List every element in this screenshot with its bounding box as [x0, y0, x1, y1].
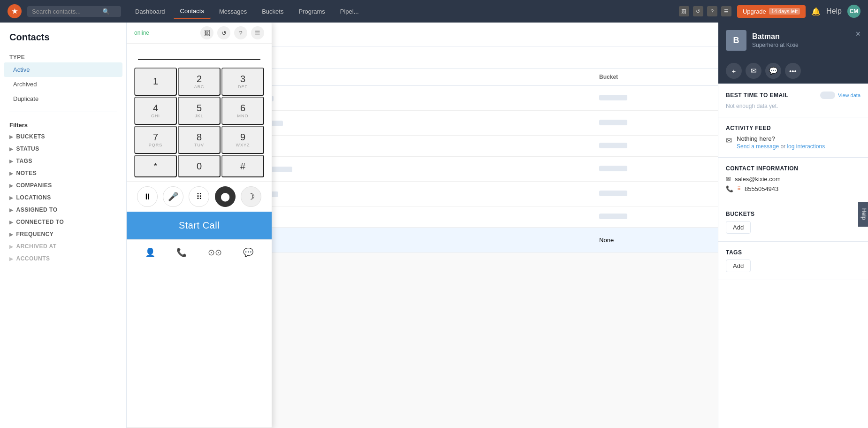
panel-message-button[interactable]: 💬 [765, 63, 781, 79]
dialer-icon-1[interactable]: 🖼 [200, 26, 213, 39]
upgrade-button[interactable]: Upgrade 14 days left [737, 5, 806, 18]
filter-connected-label: CONNECTED TO [16, 219, 64, 225]
send-message-link[interactable]: Send a message [737, 143, 779, 150]
filter-accounts[interactable]: ▶ ACCOUNTS [0, 252, 126, 265]
activity-feed-section: ACTIVITY FEED ✉ Nothing here? Send a mes… [718, 117, 868, 158]
panel-email-button[interactable]: ✉ [746, 63, 761, 79]
key-1[interactable]: 1 [134, 68, 177, 96]
key-hash[interactable]: # [221, 155, 264, 177]
user-avatar[interactable]: CM [847, 5, 860, 18]
dialer-tab-recent[interactable]: 📞 [173, 245, 190, 260]
dialer-top-icons: 🖼 ↺ ? ☰ [200, 26, 264, 39]
nav-contacts[interactable]: Contacts [174, 4, 211, 19]
key-9[interactable]: 9 WXYZ [221, 126, 264, 154]
view-data-link[interactable]: View data [838, 92, 860, 98]
best-time-toggle-area: View data [820, 92, 860, 99]
nav-icon-4[interactable]: ☰ [721, 6, 731, 16]
mute-button[interactable]: 🎤 [163, 186, 183, 207]
filter-connected-to[interactable]: ▶ CONNECTED TO [0, 216, 126, 228]
add-tag-button[interactable]: Add [726, 260, 751, 272]
panel-avatar: B [726, 30, 746, 51]
key-8[interactable]: 8 TUV [178, 126, 221, 154]
dialer-icon-3[interactable]: ? [234, 26, 247, 39]
activity-empty-title: Nothing here? [737, 135, 825, 142]
nav-messages[interactable]: Messages [213, 4, 253, 19]
email-row: ✉ sales@kixie.com [726, 176, 860, 183]
key-6[interactable]: 6 MNO [221, 97, 264, 125]
nav-icon-3[interactable]: ? [707, 6, 717, 16]
dialer-icon-4[interactable]: ☰ [251, 26, 264, 39]
dialer-tab-voicemail[interactable]: ⊙⊙ [204, 245, 226, 260]
chevron-right-icon: ▶ [9, 256, 14, 261]
help-tab[interactable]: Help [859, 202, 868, 227]
filter-tags[interactable]: ▶ TAGS [0, 155, 126, 167]
upgrade-label: Upgrade [743, 8, 766, 15]
filter-companies[interactable]: ▶ COMPANIES [0, 179, 126, 191]
batman-bucket: None [592, 228, 718, 253]
sidebar-item-active[interactable]: Active [4, 62, 122, 77]
dialer-tab-messages[interactable]: 💬 [239, 245, 257, 260]
hold-button[interactable]: ⬤ [215, 186, 236, 207]
transfer-button[interactable]: ☽ [241, 186, 261, 207]
type-label: Type [0, 50, 126, 62]
blurred-bucket [599, 95, 627, 100]
best-time-section: BEST TIME TO EMAIL View data Not enough … [718, 84, 868, 117]
panel-contact-name: Batman [752, 32, 799, 41]
nav-buckets[interactable]: Buckets [255, 4, 290, 19]
filter-buckets[interactable]: ▶ BUCKETS [0, 130, 126, 143]
blurred-bucket [599, 214, 627, 219]
key-star[interactable]: * [134, 155, 177, 177]
nav-dashboard[interactable]: Dashboard [129, 4, 172, 19]
contact-phone[interactable]: 8555054943 [745, 185, 778, 192]
filter-frequency[interactable]: ▶ FREQUENCY [0, 228, 126, 240]
search-input[interactable] [32, 8, 102, 15]
chevron-right-icon: ▶ [9, 159, 14, 164]
add-bucket-button[interactable]: Add [726, 221, 751, 234]
nav-icon-2[interactable]: ↺ [693, 6, 703, 16]
search-bar[interactable]: 🔍 [27, 6, 121, 17]
filter-notes[interactable]: ▶ NOTES [0, 167, 126, 179]
dialpad-button[interactable]: ⠿ [189, 186, 209, 207]
key-5[interactable]: 5 JKL [178, 97, 221, 125]
right-panel: B Batman Superhero at Kixie × + ✉ 💬 ••• … [718, 23, 868, 428]
key-0[interactable]: 0 [178, 155, 221, 177]
filter-status[interactable]: ▶ STATUS [0, 143, 126, 155]
log-interactions-link[interactable]: log interactions [787, 143, 825, 150]
blurred-bucket [599, 120, 627, 125]
start-call-button[interactable]: Start Call [127, 212, 272, 239]
panel-header: B Batman Superhero at Kixie × [718, 23, 868, 58]
app-logo[interactable]: ★ [8, 4, 22, 18]
sidebar-item-duplicate[interactable]: Duplicate [4, 92, 122, 106]
chevron-right-icon: ▶ [9, 195, 14, 200]
activity-item: ✉ Nothing here? Send a message or log in… [726, 135, 860, 150]
buckets-section-title: BUCKETS [726, 211, 755, 217]
panel-actions: + ✉ 💬 ••• [718, 58, 868, 84]
notifications-icon[interactable]: 🔔 [811, 7, 821, 16]
help-link[interactable]: Help [826, 7, 842, 15]
sidebar-item-archived[interactable]: Archived [4, 77, 122, 92]
key-4[interactable]: 4 GHI [134, 97, 177, 125]
chevron-right-icon: ▶ [9, 146, 14, 152]
key-2[interactable]: 2 ABC [178, 68, 221, 96]
best-time-toggle[interactable] [820, 92, 835, 99]
panel-add-button[interactable]: + [726, 63, 742, 79]
dialer-number-input[interactable] [138, 47, 260, 57]
filter-assigned-to[interactable]: ▶ ASSIGNED TO [0, 204, 126, 216]
search-icon: 🔍 [102, 8, 110, 15]
key-3[interactable]: 3 DEF [221, 68, 264, 96]
nav-pipelines[interactable]: Pipel... [334, 4, 365, 19]
key-7[interactable]: 7 PQRS [134, 126, 177, 154]
nav-programs[interactable]: Programs [292, 4, 331, 19]
panel-more-button[interactable]: ••• [785, 63, 801, 79]
filter-archived-at[interactable]: ▶ ARCHIVED AT [0, 240, 126, 252]
contact-email[interactable]: sales@kixie.com [735, 176, 781, 183]
dialer-icon-2[interactable]: ↺ [217, 26, 230, 39]
pause-button[interactable]: ⏸ [137, 186, 158, 207]
filter-locations[interactable]: ▶ LOCATIONS [0, 191, 126, 204]
dialer-bottom-tabs: 👤 📞 ⊙⊙ 💬 [127, 239, 272, 265]
panel-close-button[interactable]: × [855, 29, 860, 39]
dialer-tab-contacts[interactable]: 👤 [141, 245, 159, 260]
upgrade-days-badge: 14 days left [769, 8, 800, 15]
blurred-bucket [599, 166, 627, 171]
nav-icon-1[interactable]: 🖼 [679, 6, 689, 16]
